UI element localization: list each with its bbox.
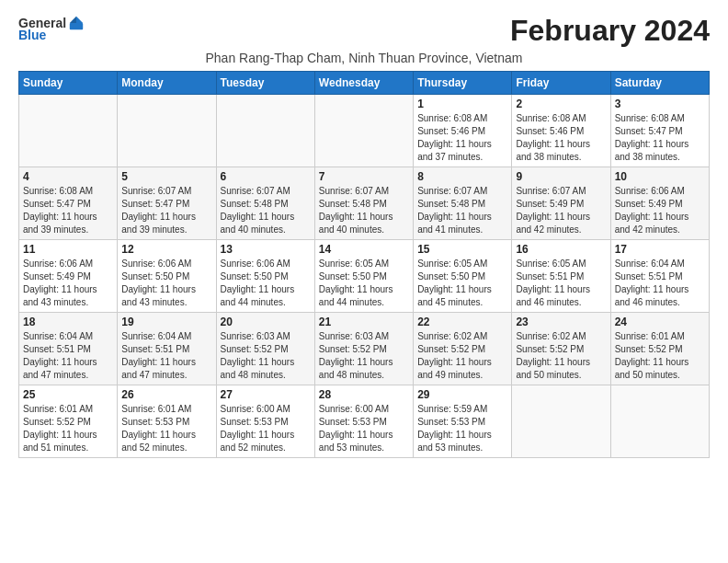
calendar-cell: 5Sunrise: 6:07 AMSunset: 5:47 PMDaylight…	[118, 167, 216, 240]
logo: General Blue	[18, 15, 85, 42]
calendar-cell: 13Sunrise: 6:06 AMSunset: 5:50 PMDayligh…	[216, 240, 314, 313]
day-number: 23	[516, 316, 606, 328]
day-number: 2	[516, 98, 606, 110]
day-info: Sunrise: 6:08 AMSunset: 5:46 PMDaylight:…	[417, 112, 507, 164]
day-info: Sunrise: 6:06 AMSunset: 5:50 PMDaylight:…	[221, 258, 311, 309]
calendar-header-thursday: Thursday	[414, 72, 512, 95]
title-block: February 2024	[510, 15, 710, 47]
day-info: Sunrise: 6:07 AMSunset: 5:48 PMDaylight:…	[319, 185, 409, 236]
day-number: 15	[417, 243, 507, 256]
day-number: 29	[417, 388, 507, 401]
svg-marker-1	[70, 17, 76, 23]
calendar-cell: 2Sunrise: 6:08 AMSunset: 5:46 PMDaylight…	[512, 95, 610, 167]
day-info: Sunrise: 6:04 AMSunset: 5:51 PMDaylight:…	[23, 330, 113, 382]
calendar-cell: 18Sunrise: 6:04 AMSunset: 5:51 PMDayligh…	[19, 313, 118, 385]
day-info: Sunrise: 6:07 AMSunset: 5:49 PMDaylight:…	[516, 185, 606, 236]
day-number: 12	[121, 243, 211, 256]
day-info: Sunrise: 6:02 AMSunset: 5:52 PMDaylight:…	[417, 330, 507, 382]
calendar-week-3: 18Sunrise: 6:04 AMSunset: 5:51 PMDayligh…	[19, 313, 710, 385]
calendar-week-0: 1Sunrise: 6:08 AMSunset: 5:46 PMDaylight…	[19, 95, 710, 167]
day-info: Sunrise: 6:06 AMSunset: 5:49 PMDaylight:…	[615, 185, 705, 236]
day-number: 16	[516, 243, 606, 256]
day-info: Sunrise: 6:00 AMSunset: 5:53 PMDaylight:…	[221, 403, 311, 454]
day-info: Sunrise: 6:07 AMSunset: 5:48 PMDaylight:…	[221, 185, 311, 236]
day-info: Sunrise: 6:02 AMSunset: 5:52 PMDaylight:…	[516, 330, 606, 382]
calendar-week-4: 25Sunrise: 6:01 AMSunset: 5:52 PMDayligh…	[19, 385, 710, 458]
calendar-week-2: 11Sunrise: 6:06 AMSunset: 5:49 PMDayligh…	[19, 240, 710, 313]
calendar-cell: 11Sunrise: 6:06 AMSunset: 5:49 PMDayligh…	[19, 240, 118, 313]
main-title: February 2024	[510, 15, 710, 47]
calendar-cell: 19Sunrise: 6:04 AMSunset: 5:51 PMDayligh…	[118, 313, 216, 385]
logo-text-blue: Blue	[18, 28, 46, 42]
logo-icon	[68, 15, 85, 31]
day-number: 18	[23, 316, 113, 328]
day-number: 8	[417, 170, 507, 183]
day-info: Sunrise: 6:06 AMSunset: 5:49 PMDaylight:…	[23, 258, 113, 309]
calendar-week-1: 4Sunrise: 6:08 AMSunset: 5:47 PMDaylight…	[19, 167, 710, 240]
day-number: 7	[319, 170, 409, 183]
day-info: Sunrise: 6:08 AMSunset: 5:47 PMDaylight:…	[615, 112, 705, 164]
calendar-cell	[118, 95, 216, 167]
day-number: 24	[615, 316, 705, 328]
calendar-cell: 26Sunrise: 6:01 AMSunset: 5:53 PMDayligh…	[118, 385, 216, 458]
day-number: 27	[221, 388, 311, 401]
page-header: General Blue February 2024	[18, 15, 710, 47]
calendar-cell: 25Sunrise: 6:01 AMSunset: 5:52 PMDayligh…	[19, 385, 118, 458]
calendar-cell	[216, 95, 314, 167]
day-info: Sunrise: 6:08 AMSunset: 5:46 PMDaylight:…	[516, 112, 606, 164]
calendar-header-row: SundayMondayTuesdayWednesdayThursdayFrid…	[19, 72, 710, 95]
calendar-header-wednesday: Wednesday	[314, 72, 413, 95]
day-info: Sunrise: 6:03 AMSunset: 5:52 PMDaylight:…	[221, 330, 311, 382]
day-number: 11	[23, 243, 113, 256]
day-info: Sunrise: 6:05 AMSunset: 5:50 PMDaylight:…	[319, 258, 409, 309]
day-number: 22	[417, 316, 507, 328]
calendar-cell: 17Sunrise: 6:04 AMSunset: 5:51 PMDayligh…	[610, 240, 709, 313]
day-number: 17	[615, 243, 705, 256]
calendar-cell: 15Sunrise: 6:05 AMSunset: 5:50 PMDayligh…	[414, 240, 512, 313]
day-info: Sunrise: 5:59 AMSunset: 5:53 PMDaylight:…	[417, 403, 507, 454]
day-number: 26	[121, 388, 211, 401]
calendar-cell: 22Sunrise: 6:02 AMSunset: 5:52 PMDayligh…	[414, 313, 512, 385]
calendar-header-sunday: Sunday	[19, 72, 118, 95]
day-number: 25	[23, 388, 113, 401]
day-number: 13	[221, 243, 311, 256]
calendar-cell: 1Sunrise: 6:08 AMSunset: 5:46 PMDaylight…	[414, 95, 512, 167]
calendar-cell: 16Sunrise: 6:05 AMSunset: 5:51 PMDayligh…	[512, 240, 610, 313]
day-info: Sunrise: 6:03 AMSunset: 5:52 PMDaylight:…	[319, 330, 409, 382]
calendar-cell: 8Sunrise: 6:07 AMSunset: 5:48 PMDaylight…	[414, 167, 512, 240]
day-number: 19	[121, 316, 211, 328]
day-info: Sunrise: 6:04 AMSunset: 5:51 PMDaylight:…	[121, 330, 211, 382]
svg-marker-0	[76, 17, 83, 23]
day-number: 21	[319, 316, 409, 328]
day-info: Sunrise: 6:08 AMSunset: 5:47 PMDaylight:…	[23, 185, 113, 236]
calendar-cell	[512, 385, 610, 458]
day-info: Sunrise: 6:01 AMSunset: 5:52 PMDaylight:…	[615, 330, 705, 382]
calendar-cell: 6Sunrise: 6:07 AMSunset: 5:48 PMDaylight…	[216, 167, 314, 240]
calendar-header-friday: Friday	[512, 72, 610, 95]
calendar-cell: 14Sunrise: 6:05 AMSunset: 5:50 PMDayligh…	[314, 240, 413, 313]
day-number: 1	[417, 98, 507, 110]
calendar-cell: 10Sunrise: 6:06 AMSunset: 5:49 PMDayligh…	[610, 167, 709, 240]
day-info: Sunrise: 6:01 AMSunset: 5:53 PMDaylight:…	[121, 403, 211, 454]
calendar-cell: 20Sunrise: 6:03 AMSunset: 5:52 PMDayligh…	[216, 313, 314, 385]
day-info: Sunrise: 6:05 AMSunset: 5:51 PMDaylight:…	[516, 258, 606, 309]
day-number: 10	[615, 170, 705, 183]
calendar-cell: 4Sunrise: 6:08 AMSunset: 5:47 PMDaylight…	[19, 167, 118, 240]
day-number: 6	[221, 170, 311, 183]
day-number: 14	[319, 243, 409, 256]
calendar-cell: 28Sunrise: 6:00 AMSunset: 5:53 PMDayligh…	[314, 385, 413, 458]
calendar-header-monday: Monday	[118, 72, 216, 95]
calendar-cell: 9Sunrise: 6:07 AMSunset: 5:49 PMDaylight…	[512, 167, 610, 240]
day-info: Sunrise: 6:01 AMSunset: 5:52 PMDaylight:…	[23, 403, 113, 454]
svg-rect-2	[70, 23, 83, 29]
calendar-header-saturday: Saturday	[610, 72, 709, 95]
day-info: Sunrise: 6:05 AMSunset: 5:50 PMDaylight:…	[417, 258, 507, 309]
day-number: 5	[121, 170, 211, 183]
calendar-cell: 23Sunrise: 6:02 AMSunset: 5:52 PMDayligh…	[512, 313, 610, 385]
calendar-cell: 24Sunrise: 6:01 AMSunset: 5:52 PMDayligh…	[610, 313, 709, 385]
day-info: Sunrise: 6:07 AMSunset: 5:48 PMDaylight:…	[417, 185, 507, 236]
calendar-cell: 21Sunrise: 6:03 AMSunset: 5:52 PMDayligh…	[314, 313, 413, 385]
subtitle: Phan Rang-Thap Cham, Ninh Thuan Province…	[18, 51, 710, 65]
day-info: Sunrise: 6:04 AMSunset: 5:51 PMDaylight:…	[615, 258, 705, 309]
day-number: 28	[319, 388, 409, 401]
